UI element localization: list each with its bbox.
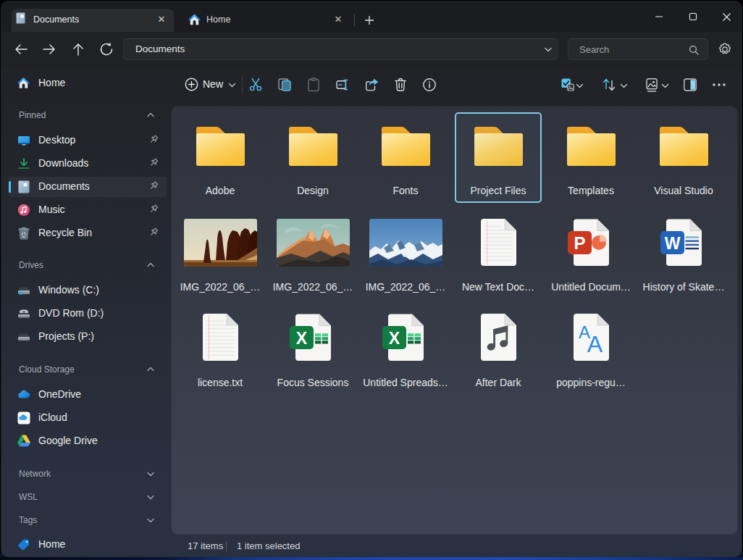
svg-text:P: P	[574, 233, 585, 253]
svg-text:X: X	[295, 329, 307, 348]
svg-text:X: X	[388, 329, 400, 348]
svg-text:W: W	[664, 234, 680, 253]
svg-text:A: A	[587, 331, 603, 357]
